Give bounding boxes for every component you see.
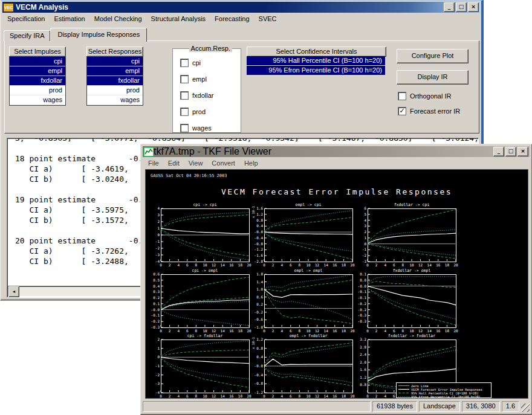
tkf-menu-edit[interactable]: Edit bbox=[164, 158, 185, 169]
tkf-menu-convert[interactable]: Convert bbox=[208, 158, 241, 169]
display-ir-button[interactable]: Display IR bbox=[397, 70, 469, 85]
svg-text:2.8: 2.8 bbox=[360, 345, 366, 349]
orthogonal-ir-checkbox[interactable]: Orthogonal IR bbox=[398, 92, 451, 100]
select-ci-header[interactable]: Select Confidence Intervals bbox=[247, 47, 386, 57]
vecm-maximize-button[interactable]: □ bbox=[456, 2, 467, 12]
svg-text:95% Efron Percentile CI (B=100: 95% Efron Percentile CI (B=100 h=20) bbox=[411, 395, 481, 399]
menu-model-checking[interactable]: Model Checking bbox=[91, 14, 148, 25]
svg-text:5: 5 bbox=[364, 212, 366, 216]
impulse-item-prod[interactable]: prod bbox=[10, 86, 65, 95]
vecm-titlebar[interactable]: VEC VECM Analysis _□× bbox=[2, 2, 480, 13]
checkbox-unchecked-icon[interactable] bbox=[180, 75, 189, 83]
scroll-left-button[interactable]: ◄ bbox=[8, 286, 19, 297]
series-efron_upper bbox=[368, 350, 456, 381]
impulse-item-empl[interactable]: empl bbox=[10, 66, 65, 76]
impulse-item-wages[interactable]: wages bbox=[10, 95, 65, 105]
impulse-item-cpi[interactable]: cpi bbox=[10, 57, 65, 66]
checkbox-checked-icon[interactable]: ✓ bbox=[398, 107, 406, 115]
tkf-titlebar[interactable]: tkf7A.tmp - TKF File Viewer _□× bbox=[143, 146, 530, 157]
svg-text:16: 16 bbox=[229, 263, 234, 267]
menu-estimation[interactable]: Estimation bbox=[50, 14, 90, 25]
svg-text:x 10-1: x 10-1 bbox=[251, 206, 255, 218]
svg-text:x 10-1: x 10-1 bbox=[251, 337, 255, 349]
checkbox-unchecked-icon[interactable] bbox=[180, 91, 189, 100]
svg-text:10: 10 bbox=[409, 263, 414, 267]
forecast-error-ir-checkbox[interactable]: ✓Forecast error IR bbox=[398, 107, 460, 115]
svg-text:6: 6 bbox=[186, 394, 189, 398]
desktop: { "icons": { "minimize": "_", "maximize"… bbox=[0, 0, 532, 415]
svg-text:-0.8: -0.8 bbox=[255, 242, 264, 246]
select-impulses-list[interactable]: cpiemplfxdollarprodwages bbox=[9, 56, 66, 106]
svg-text:18: 18 bbox=[445, 329, 450, 333]
series-hall_lower bbox=[368, 289, 456, 326]
menu-structural-analysis[interactable]: Structural Analysis bbox=[148, 14, 211, 25]
response-item-cpi[interactable]: cpi bbox=[87, 57, 143, 66]
tkf-maximize-button[interactable]: □ bbox=[505, 147, 516, 156]
menu-specification[interactable]: Specification bbox=[4, 14, 50, 25]
svg-text:10: 10 bbox=[306, 394, 311, 398]
svg-text:10: 10 bbox=[203, 329, 207, 333]
impulse-item-fxdollar[interactable]: fxdollar bbox=[10, 76, 65, 86]
tkf-statusbar: 61938 bytesLandscape316, 30801.6 bbox=[143, 401, 530, 412]
tkf-menu-help[interactable]: Help bbox=[241, 158, 264, 169]
accum-check-wages[interactable]: wages bbox=[180, 124, 212, 132]
resize-grip-icon[interactable] bbox=[521, 404, 530, 412]
menu-forecasting[interactable]: Forecasting bbox=[211, 14, 255, 25]
svg-text:12: 12 bbox=[212, 329, 216, 333]
svg-text:-0.0: -0.0 bbox=[358, 284, 367, 288]
select-impulses-header[interactable]: Select Impulses bbox=[9, 47, 66, 57]
accum-check-label-fxdollar: fxdollar bbox=[192, 92, 213, 99]
vecm-minimize-button[interactable]: _ bbox=[444, 2, 455, 12]
accum-check-fxdollar[interactable]: fxdollar bbox=[180, 91, 213, 100]
select-responses-header[interactable]: Select Responses bbox=[86, 47, 143, 57]
accum-check-prod[interactable]: prod bbox=[180, 108, 206, 116]
tkf-close-button[interactable]: × bbox=[517, 147, 528, 156]
svg-text:14: 14 bbox=[324, 394, 329, 398]
tkf-minimize-button[interactable]: _ bbox=[493, 147, 504, 156]
series-efron_lower bbox=[161, 310, 249, 326]
svg-text:16: 16 bbox=[229, 329, 234, 333]
svg-text:1.2: 1.2 bbox=[256, 212, 263, 216]
series-hall_lower bbox=[161, 297, 249, 309]
checkbox-unchecked-icon[interactable] bbox=[180, 108, 189, 116]
svg-text:10: 10 bbox=[203, 394, 207, 398]
menu-svec[interactable]: SVEC bbox=[255, 14, 282, 25]
response-item-wages[interactable]: wages bbox=[87, 95, 143, 105]
accum-check-empl[interactable]: empl bbox=[180, 75, 207, 83]
tab-specify-ira[interactable]: Specify IRA bbox=[4, 30, 50, 41]
tkf-menu-view[interactable]: View bbox=[185, 158, 209, 169]
tkf-menu-file[interactable]: File bbox=[144, 158, 164, 169]
vecm-close-button[interactable]: × bbox=[468, 2, 479, 12]
svg-text:6: 6 bbox=[290, 329, 292, 333]
response-item-fxdollar[interactable]: fxdollar bbox=[87, 76, 143, 86]
svg-text:20: 20 bbox=[247, 329, 251, 333]
svg-text:cpi -> fxdollar: cpi -> fxdollar bbox=[187, 333, 223, 338]
ci-item-efron[interactable]: 95% Efron Percentile CI (B=100 h=20) bbox=[247, 66, 385, 76]
subplot-cpi-cpi: cpi -> cpi43210-1-2-3-402468101214161820 bbox=[155, 202, 251, 267]
configure-plot-button[interactable]: Configure Plot bbox=[397, 49, 469, 63]
svg-text:8: 8 bbox=[195, 329, 198, 333]
coordinates-panel: 316, 3080 bbox=[462, 401, 500, 412]
accum-check-cpi[interactable]: cpi bbox=[180, 59, 201, 67]
svg-text:empl -> fxdollar: empl -> fxdollar bbox=[290, 333, 328, 338]
svg-text:-1.2: -1.2 bbox=[255, 247, 264, 251]
svg-text:4: 4 bbox=[281, 394, 283, 398]
checkbox-unchecked-icon[interactable] bbox=[180, 59, 189, 67]
select-responses-list[interactable]: cpiemplfxdollarprodwages bbox=[86, 56, 143, 106]
response-item-prod[interactable]: prod bbox=[87, 86, 143, 95]
tab-display-impulse-responses[interactable]: Display Impulse Responses bbox=[50, 28, 147, 42]
svg-text:-0.2: -0.2 bbox=[358, 301, 367, 306]
series-hall_upper bbox=[161, 215, 249, 228]
svg-text:14: 14 bbox=[324, 329, 329, 333]
svg-text:0.4: 0.4 bbox=[256, 355, 263, 359]
series-efron_lower bbox=[161, 230, 249, 260]
checkbox-unchecked-icon[interactable] bbox=[398, 92, 406, 100]
ci-item-hall[interactable]: 95% Hall Percentile CI (B=100 h=20) bbox=[247, 56, 385, 66]
svg-text:10: 10 bbox=[306, 329, 311, 333]
checkbox-unchecked-icon[interactable] bbox=[180, 124, 189, 132]
svg-text:6: 6 bbox=[186, 329, 189, 333]
svg-text:0.3: 0.3 bbox=[153, 289, 160, 294]
response-item-empl[interactable]: empl bbox=[87, 66, 143, 76]
svg-text:14: 14 bbox=[427, 263, 432, 267]
tab-panel-display-impulse-responses: Select Impulses cpiemplfxdollarprodwages… bbox=[4, 40, 479, 134]
